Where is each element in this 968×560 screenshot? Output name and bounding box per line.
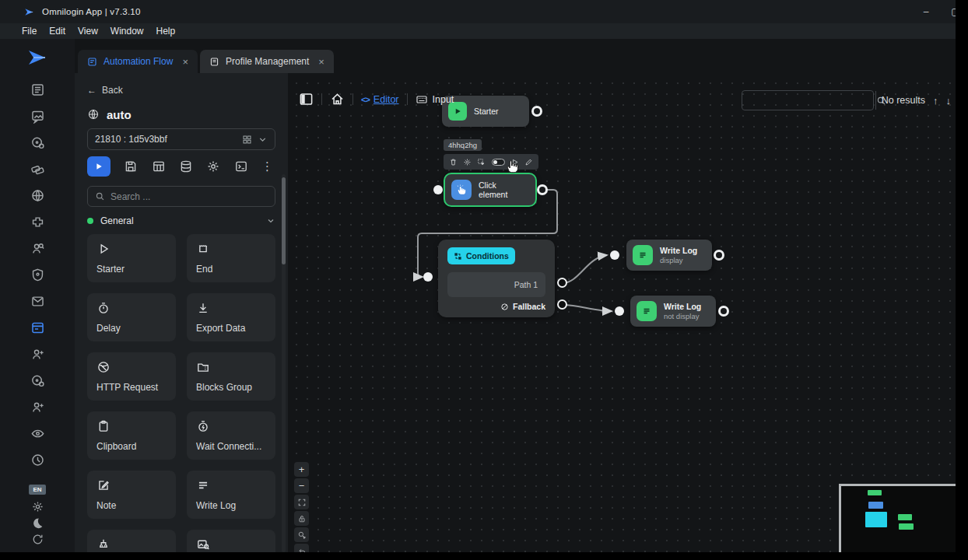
- menu-edit[interactable]: Edit: [43, 26, 72, 37]
- card-write-log[interactable]: Write Log: [187, 471, 275, 519]
- sync-icon[interactable]: [31, 533, 44, 546]
- menu-window[interactable]: Window: [104, 26, 150, 37]
- write-log-display-output-port[interactable]: [714, 250, 724, 261]
- user-search-icon[interactable]: [30, 241, 45, 256]
- profile-select[interactable]: 21810 : 1d5v3bbf: [87, 128, 275, 150]
- card-end[interactable]: End: [187, 234, 275, 282]
- click-output-port[interactable]: [537, 184, 548, 195]
- more-options-icon[interactable]: ⋮: [261, 159, 269, 173]
- enable-toggle[interactable]: [492, 159, 505, 166]
- flow-canvas[interactable]: <> Editor Input: [288, 73, 956, 552]
- node-click-element[interactable]: Click element: [444, 173, 537, 207]
- fit-view-icon: [297, 498, 307, 507]
- card-wait-connection[interactable]: Wait Connecti...: [187, 411, 275, 460]
- dark-mode-moon-icon[interactable]: [31, 516, 44, 530]
- globe-icon[interactable]: [30, 188, 45, 203]
- breadcrumb-input[interactable]: Input: [416, 93, 454, 106]
- fit-view-button[interactable]: [294, 495, 309, 509]
- zoom-out-button[interactable]: −: [294, 478, 309, 493]
- minimize-button[interactable]: –: [915, 0, 937, 23]
- tab-close-icon[interactable]: ×: [182, 56, 188, 68]
- canvas-search-input[interactable]: [742, 91, 875, 110]
- menu-help[interactable]: Help: [150, 26, 182, 37]
- write-log-not-display-output-port[interactable]: [718, 306, 729, 317]
- card-starter[interactable]: Starter: [87, 234, 176, 282]
- card-http-request[interactable]: HTTP Request: [87, 352, 176, 401]
- disc-pin-alt-icon[interactable]: [30, 373, 45, 388]
- card-clean[interactable]: [87, 530, 176, 552]
- lock-button[interactable]: [294, 511, 309, 526]
- select-element-icon[interactable]: [477, 158, 486, 166]
- profile-select-value: 21810 : 1d5v3bbf: [95, 134, 167, 145]
- card-export-data[interactable]: Export Data: [187, 293, 275, 341]
- terminal-icon[interactable]: [234, 159, 248, 173]
- disc-pin-icon[interactable]: [30, 135, 45, 150]
- language-badge[interactable]: EN: [29, 485, 46, 495]
- flow-side-panel: ← Back auto 21810 : 1d5v3bbf: [75, 73, 288, 552]
- card-clipboard[interactable]: Clipboard: [87, 411, 176, 460]
- section-general[interactable]: General: [87, 215, 275, 227]
- node-starter[interactable]: Starter: [442, 96, 529, 127]
- home-icon[interactable]: [330, 92, 345, 107]
- card-delay[interactable]: Delay: [87, 293, 176, 341]
- settings-icon[interactable]: [206, 159, 220, 173]
- settings-gear-icon[interactable]: [31, 500, 44, 513]
- extensions-icon[interactable]: [30, 215, 45, 229]
- node-write-log-not-display[interactable]: Write Log not display: [630, 296, 716, 327]
- tab-automation-flow[interactable]: Automation Flow ×: [78, 50, 198, 73]
- condition-fallback-row[interactable]: Fallback: [500, 302, 545, 311]
- tab-profile-management[interactable]: Profile Management ×: [200, 50, 334, 73]
- image-search-icon: [196, 537, 210, 551]
- end-frame-icon: [196, 242, 210, 256]
- breadcrumb-editor[interactable]: <> Editor: [361, 94, 399, 105]
- gallery-chat-icon[interactable]: [30, 109, 45, 124]
- shield-pin-icon[interactable]: [30, 268, 45, 282]
- edit-icon[interactable]: [524, 158, 533, 166]
- menubar: File Edit View Window Help: [0, 23, 956, 39]
- run-flow-button[interactable]: [87, 156, 110, 177]
- save-icon[interactable]: [124, 159, 138, 173]
- canvas-search-box[interactable]: [742, 90, 874, 110]
- menu-file[interactable]: File: [16, 26, 43, 37]
- block-search[interactable]: [87, 186, 275, 207]
- zoom-in-button[interactable]: +: [294, 462, 309, 477]
- block-search-input[interactable]: [110, 191, 268, 202]
- zoom-select-button[interactable]: [294, 527, 309, 542]
- search-prev-icon[interactable]: ↑: [933, 95, 938, 107]
- card-image-search[interactable]: [187, 530, 275, 552]
- card-blocks-group[interactable]: Blocks Group: [187, 352, 275, 401]
- mail-icon[interactable]: [30, 294, 45, 309]
- toggle-panel-icon[interactable]: [299, 92, 314, 107]
- back-button[interactable]: ← Back: [87, 84, 275, 96]
- node-conditions[interactable]: Conditions Path 1 Fallback: [438, 240, 555, 317]
- node-write-log-display[interactable]: Write Log display: [626, 240, 712, 271]
- flow-name: auto: [107, 108, 132, 121]
- tags-icon[interactable]: [30, 162, 45, 177]
- automation-flow-icon[interactable]: [30, 320, 45, 335]
- panel-scrollbar-thumb[interactable]: [282, 177, 286, 264]
- maximize-button[interactable]: ▢: [945, 0, 956, 23]
- click-input-port[interactable]: [433, 185, 443, 194]
- path1-output-port[interactable]: [557, 278, 567, 288]
- user-add-alt-icon[interactable]: [30, 400, 45, 415]
- news-icon[interactable]: [30, 82, 45, 97]
- minimap[interactable]: [839, 484, 956, 552]
- delete-icon[interactable]: [449, 158, 458, 166]
- card-note[interactable]: Note: [87, 471, 176, 519]
- search-next-icon[interactable]: ↓: [946, 95, 952, 107]
- menu-view[interactable]: View: [72, 26, 104, 37]
- history-icon[interactable]: [30, 453, 45, 467]
- table-icon[interactable]: [152, 159, 166, 173]
- database-icon[interactable]: [179, 159, 193, 173]
- tab-close-icon[interactable]: ×: [318, 56, 324, 68]
- write-log-not-display-input-port[interactable]: [615, 306, 624, 316]
- eye-icon[interactable]: [30, 426, 45, 441]
- fallback-output-port[interactable]: [557, 299, 567, 310]
- condition-path-row[interactable]: Path 1: [447, 272, 545, 297]
- user-add-icon[interactable]: [30, 347, 45, 362]
- write-log-display-input-port[interactable]: [610, 250, 619, 260]
- starter-output-port[interactable]: [531, 106, 542, 117]
- node-settings-icon[interactable]: [463, 158, 472, 166]
- conditions-input-port[interactable]: [423, 272, 433, 282]
- undo-button[interactable]: [294, 544, 309, 552]
